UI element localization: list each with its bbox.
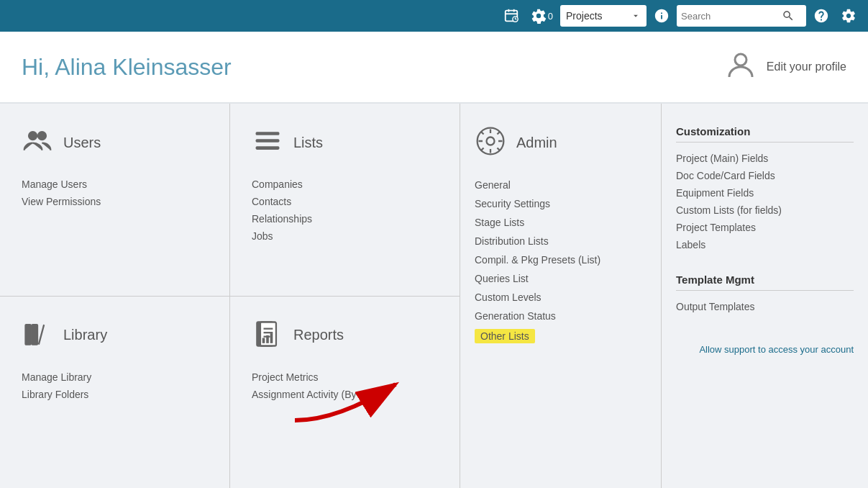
svg-rect-13 (26, 325, 31, 345)
project-main-fields-link[interactable]: Project (Main) Fields (676, 150, 854, 167)
profile-icon (723, 48, 758, 86)
lists-title: Lists (293, 135, 323, 151)
library-title: Library (63, 327, 107, 343)
greeting-text: Hi, Alina Kleinsasser (22, 54, 232, 81)
svg-point-7 (735, 54, 746, 65)
admin-icon (475, 125, 506, 160)
gear-icon-button[interactable] (836, 4, 861, 28)
svg-rect-22 (270, 333, 273, 343)
stage-lists-link[interactable]: Stage Lists (475, 213, 647, 232)
customization-section: Customization Project (Main) Fields Doc … (662, 104, 868, 488)
template-mgmt-group: Template Mgmt Output Templates (676, 274, 854, 315)
customization-group: Customization Project (Main) Fields Doc … (676, 125, 854, 253)
left-top-row: Users Manage Users View Permissions (0, 104, 460, 297)
svg-point-8 (29, 132, 37, 140)
view-permissions-link[interactable]: View Permissions (22, 193, 208, 210)
users-section: Users Manage Users View Permissions (0, 104, 229, 296)
users-section-header: Users (22, 125, 208, 160)
project-metrics-link[interactable]: Project Metrics (252, 369, 438, 386)
left-bottom-row: Library Manage Library Library Folders (0, 297, 460, 489)
library-icon (22, 318, 53, 353)
lists-section: Lists Companies Contacts Relationships J… (230, 104, 460, 296)
custom-levels-link[interactable]: Custom Levels (475, 288, 647, 307)
admin-section-header: Admin (475, 125, 647, 160)
library-links: Manage Library Library Folders (22, 369, 208, 403)
other-lists-link[interactable]: Other Lists (475, 325, 647, 347)
contacts-link[interactable]: Contacts (252, 193, 438, 210)
info-icon-button[interactable] (649, 4, 674, 28)
library-section-header: Library (22, 318, 208, 353)
users-links: Manage Users View Permissions (22, 176, 208, 210)
reports-section-header: Reports (252, 318, 438, 353)
lists-icon (252, 125, 283, 160)
companies-link[interactable]: Companies (252, 176, 438, 193)
search-bar[interactable] (677, 5, 806, 27)
lists-section-header: Lists (252, 125, 438, 160)
custom-lists-fields-link[interactable]: Custom Lists (for fields) (676, 202, 854, 219)
admin-section: Admin General Security Settings Stage Li… (460, 104, 662, 488)
library-section: Library Manage Library Library Folders (0, 297, 229, 489)
manage-library-link[interactable]: Manage Library (22, 369, 208, 386)
project-templates-link[interactable]: Project Templates (676, 219, 854, 236)
general-link[interactable]: General (475, 176, 647, 194)
badge-count: 0 (548, 11, 553, 22)
queries-list-link[interactable]: Queries List (475, 269, 647, 288)
customization-links: Project (Main) Fields Doc Code/Card Fiel… (676, 150, 854, 253)
project-dropdown[interactable]: Projects (560, 5, 647, 27)
page-header: Hi, Alina Kleinsasser Edit your profile (0, 32, 868, 104)
compil-pkg-presets-link[interactable]: Compil. & Pkg Presets (List) (475, 250, 647, 269)
support-access-link[interactable]: Allow support to access your account (676, 344, 854, 355)
svg-rect-11 (256, 139, 280, 143)
main-content: Users Manage Users View Permissions (0, 104, 868, 488)
other-lists-highlighted: Other Lists (475, 329, 535, 343)
users-title: Users (63, 135, 101, 151)
reports-icon (252, 318, 283, 353)
right-panel: Admin General Security Settings Stage Li… (460, 104, 868, 488)
assignment-activity-link[interactable]: Assignment Activity (By User) (252, 386, 438, 403)
template-mgmt-links: Output Templates (676, 298, 854, 315)
svg-rect-14 (32, 325, 37, 345)
reports-section: Reports Project Metrics Assignment Activ… (230, 297, 460, 489)
manage-users-link[interactable]: Manage Users (22, 176, 208, 193)
svg-rect-10 (256, 132, 280, 135)
template-mgmt-title: Template Mgmt (676, 274, 854, 291)
generation-status-link[interactable]: Generation Status (475, 307, 647, 325)
edit-profile-link[interactable]: Edit your profile (767, 60, 846, 73)
security-settings-link[interactable]: Security Settings (475, 194, 647, 213)
relationships-link[interactable]: Relationships (252, 210, 438, 227)
settings-badge-button[interactable]: 0 (526, 4, 557, 28)
users-icon (22, 125, 53, 160)
svg-point-9 (38, 132, 46, 140)
left-panel: Users Manage Users View Permissions (0, 104, 460, 488)
equipment-fields-link[interactable]: Equipment Fields (676, 184, 854, 202)
reports-title: Reports (293, 327, 344, 343)
admin-links: General Security Settings Stage Lists Di… (475, 176, 647, 347)
output-templates-link[interactable]: Output Templates (676, 298, 854, 315)
library-folders-link[interactable]: Library Folders (22, 386, 208, 403)
distribution-lists-link[interactable]: Distribution Lists (475, 232, 647, 250)
search-input[interactable] (681, 11, 782, 22)
schedule-icon-button[interactable] (499, 4, 524, 28)
admin-title: Admin (516, 135, 557, 151)
svg-rect-20 (262, 338, 265, 343)
svg-rect-21 (266, 335, 269, 343)
lists-links: Companies Contacts Relationships Jobs (252, 176, 438, 245)
customization-group-title: Customization (676, 125, 854, 143)
profile-area[interactable]: Edit your profile (723, 48, 846, 86)
help-icon-button[interactable] (809, 4, 833, 28)
doc-code-card-fields-link[interactable]: Doc Code/Card Fields (676, 167, 854, 184)
reports-links: Project Metrics Assignment Activity (By … (252, 369, 438, 403)
project-dropdown-label: Projects (566, 10, 603, 22)
svg-rect-12 (256, 146, 280, 150)
labels-link[interactable]: Labels (676, 236, 854, 253)
top-nav: 0 Projects (0, 0, 868, 32)
jobs-link[interactable]: Jobs (252, 227, 438, 245)
